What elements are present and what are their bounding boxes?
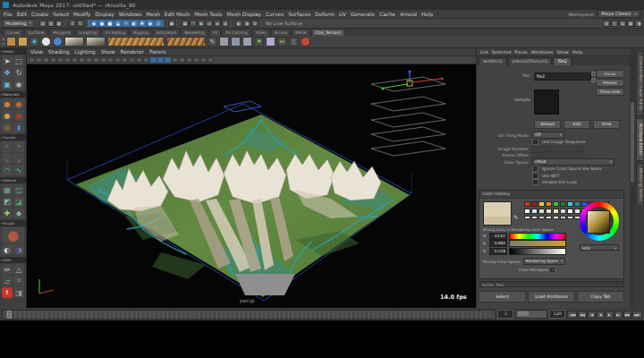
channel-box-toggle-icon[interactable]: ◨ — [635, 20, 642, 27]
color-managed-checkbox[interactable]: ✓ — [549, 267, 555, 273]
render-settings-icon[interactable]: ⚙ — [251, 20, 258, 27]
palette-swatch[interactable] — [538, 216, 545, 219]
palette-swatch[interactable] — [560, 201, 566, 207]
workspace-dropdown[interactable]: Maya Classic ▾ — [597, 10, 640, 18]
lamp-tool[interactable] — [266, 37, 275, 47]
palette-swatch[interactable] — [524, 209, 530, 214]
snap-curve-icon[interactable]: ◠ — [190, 20, 197, 27]
palette-swatch[interactable] — [524, 201, 530, 207]
terrain-mesh[interactable] — [76, 115, 410, 297]
transport-step-back-key[interactable]: |◀ — [588, 311, 596, 319]
transport-go-to-end[interactable]: ▶▶| — [632, 311, 642, 319]
brick-wall-tool[interactable] — [6, 37, 16, 47]
grease-pencil-icon[interactable] — [72, 57, 78, 63]
panel-menu-view[interactable]: View — [30, 49, 43, 55]
depth-of-field-icon[interactable] — [200, 57, 207, 63]
palette-swatch[interactable] — [567, 209, 573, 214]
slider-value-field[interactable]: 0.684 — [489, 240, 507, 247]
select-surface-mask-icon[interactable]: ◧ — [131, 20, 138, 27]
hud-icon[interactable] — [129, 57, 135, 63]
menu-uv[interactable]: UV — [339, 12, 346, 17]
ae-action-edit[interactable]: Edit — [564, 120, 590, 129]
ae-menu-list[interactable]: List — [480, 49, 488, 55]
panel-menu-shading[interactable]: Shading — [48, 49, 70, 55]
palette-swatch[interactable] — [531, 201, 538, 207]
transport-step-back-frame[interactable]: ◀◀ — [578, 311, 587, 319]
object-details-icon[interactable] — [136, 57, 142, 63]
mountain-preset-1[interactable] — [64, 37, 84, 47]
measure-icon[interactable]: ✏ — [2, 264, 13, 275]
mixing-color-space-dropdown[interactable]: Rendering Space ▾ — [523, 258, 566, 265]
humanik-toggle-icon[interactable]: ◫ — [611, 20, 618, 27]
select-dynamic-mask-icon[interactable]: ◉ — [147, 20, 154, 27]
menu-select[interactable]: Select — [53, 12, 69, 17]
ae-side-presets[interactable]: Presets — [596, 79, 624, 87]
brush-tool-icon[interactable]: ◉ — [13, 79, 24, 90]
dropdown-uv-tiling-mode[interactable]: Off▾ — [532, 132, 564, 139]
snap-together-icon[interactable]: △ — [13, 264, 24, 275]
ae-side-show-hide[interactable]: Show Hide — [596, 88, 624, 96]
palette-swatch[interactable] — [574, 201, 580, 207]
red-sphere-material[interactable] — [301, 37, 310, 47]
toolbox-header-select[interactable]: ▾Select — [0, 48, 26, 55]
time-slider-ruler[interactable] — [2, 310, 496, 320]
dirt-material-icon[interactable]: ◍ — [2, 122, 13, 132]
modeling-toolkit-toggle-icon[interactable]: ▥ — [603, 20, 610, 27]
shelf-tab-fx[interactable]: FX — [209, 29, 222, 36]
select-deform-mask-icon[interactable]: ✚ — [139, 20, 146, 27]
open-scene-icon[interactable]: ▨ — [47, 20, 55, 27]
ae-bottom-load-attributes[interactable]: Load Attributes — [528, 291, 575, 303]
slider-gradient-bar[interactable] — [509, 233, 566, 240]
palette-swatch[interactable] — [546, 209, 552, 214]
menu-edit-mesh[interactable]: Edit Mesh — [165, 12, 190, 17]
palette-swatch[interactable] — [538, 209, 545, 214]
blue-cross-tool[interactable]: ✚ — [30, 37, 39, 47]
smooth-brush-icon[interactable]: ◐ — [2, 244, 13, 255]
checkbox-disable-file-load[interactable] — [532, 179, 538, 185]
transport-go-to-start[interactable]: |◀◀ — [567, 311, 577, 319]
render-icon[interactable]: ◐ — [235, 20, 242, 27]
checkbox-ignore-color-space-file-rules[interactable] — [532, 166, 538, 172]
snap-point-icon[interactable]: ◉ — [198, 20, 205, 27]
palette-swatch[interactable] — [560, 209, 566, 214]
ae-tab-place2dtexture2[interactable]: place2dTexture2 — [508, 57, 553, 65]
ep-curve-icon[interactable]: ◜ — [2, 141, 13, 152]
menu-help[interactable]: Help — [421, 12, 433, 17]
ae-action-view[interactable]: View — [593, 120, 620, 129]
menu-surfaces[interactable]: Surfaces — [288, 12, 310, 17]
palette-swatch[interactable] — [546, 216, 552, 219]
smooth-shade-icon[interactable] — [150, 57, 157, 63]
checkbox-use-image-sequence[interactable] — [532, 139, 538, 145]
shelf-tab-fx-caching[interactable]: FX Caching — [222, 29, 251, 36]
gold-box-tool[interactable] — [18, 37, 28, 47]
menu-windows[interactable]: Windows — [119, 12, 142, 17]
ae-menu-show[interactable]: Show — [556, 49, 569, 55]
shelf-tab-mash[interactable]: MASH — [292, 29, 310, 36]
gate-mask-icon[interactable] — [100, 57, 106, 63]
palette-swatch[interactable] — [567, 216, 573, 219]
grid-icon[interactable] — [79, 57, 85, 63]
ae-menu-focus[interactable]: Focus — [514, 49, 527, 55]
ae-tab-file2[interactable]: file2 — [553, 57, 571, 65]
menu-arnold[interactable]: Arnold — [400, 12, 417, 17]
scrollbar-thumb[interactable] — [631, 102, 634, 183]
eyedropper-icon[interactable]: ✎ — [513, 214, 518, 221]
textured-icon[interactable] — [157, 57, 164, 63]
cluster-icon[interactable]: ✚ — [2, 208, 13, 218]
select-hierarchy-icon[interactable]: ◆ — [90, 20, 97, 27]
ae-menu-help[interactable]: Help — [572, 49, 582, 55]
menu-mesh-display[interactable]: Mesh Display — [227, 12, 261, 17]
undo-icon[interactable]: ↺ — [69, 20, 76, 27]
lock-camera-icon[interactable] — [36, 57, 42, 63]
sand-material-icon[interactable]: ● — [2, 110, 13, 121]
flag-tool[interactable]: ⚑ — [254, 37, 264, 47]
toolbox-header-deform[interactable]: ▾Deform — [0, 177, 26, 183]
palette-swatch[interactable] — [531, 209, 538, 214]
ae-bottom-copy-tab[interactable]: Copy Tab — [577, 291, 624, 303]
menu-modify[interactable]: Modify — [73, 12, 90, 17]
stamp-tool[interactable] — [219, 37, 229, 47]
lock-selection-icon[interactable]: ▣ — [168, 20, 175, 27]
wheel-mode-dropdown[interactable]: HSV ▾ — [580, 244, 619, 251]
panel-menu-panels[interactable]: Panels — [149, 49, 166, 55]
lava-material-icon[interactable]: ● — [13, 110, 24, 121]
